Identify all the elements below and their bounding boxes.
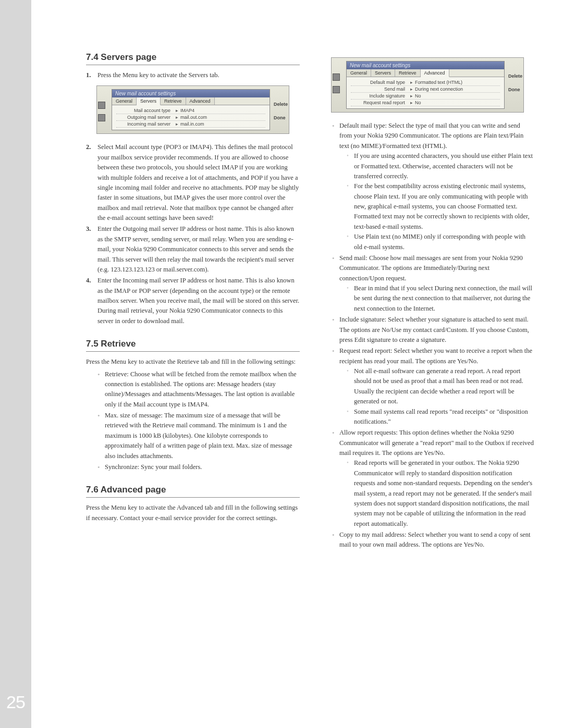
tab-advanced: Advanced [421, 69, 449, 77]
arrow-icon: ▸ [408, 80, 415, 85]
icon [98, 114, 105, 121]
sub-bullet: Bear in mind that if you select During n… [347, 283, 534, 314]
shot-row: Mail account type▸IMAP4 [116, 107, 265, 114]
arrow-icon: ▸ [174, 108, 180, 113]
bullet: Synchronize: Sync your mail folders. [97, 462, 300, 472]
left-column: 7.4 Servers page 1.Press the Menu key to… [86, 52, 300, 551]
tab-retrieve: Retrieve [161, 97, 186, 105]
step-4: 4.Enter the Incoming mail server IP addr… [86, 276, 300, 326]
sub-bullet: Use Plain text (no MIME) only if corresp… [347, 232, 534, 252]
row-label: Outgoing mail server [116, 115, 174, 120]
tab-retrieve: Retrieve [395, 69, 421, 77]
step-num: 3. [86, 224, 91, 234]
servers-steps: 1.Press the Menu key to activate the Ser… [86, 70, 300, 80]
shot-window: New mail account settings General Server… [112, 89, 270, 130]
step-text: Press the Menu key to activate the Serve… [97, 71, 219, 79]
tab-servers: Servers [371, 69, 395, 77]
shot-btn-done: Done [508, 87, 522, 92]
arrow-icon: ▸ [174, 121, 180, 127]
shot-body: Mail account type▸IMAP4 Outgoing mail se… [112, 105, 270, 130]
icon [333, 73, 340, 81]
row-label: Incoming mail server [116, 121, 174, 127]
step-text: Select Mail account type (POP3 or IMAP4)… [97, 143, 299, 221]
shot-titlebar: New mail account settings [347, 61, 504, 69]
arrow-icon: ▸ [408, 93, 415, 98]
bullet: Allow report requests: This option defin… [332, 428, 534, 529]
shot-row: Send mail▸During next connection [351, 86, 500, 93]
shot-tabs: General Servers Retrieve Advanced [347, 69, 504, 77]
sub-bullet: If you are using accented characters, yo… [347, 151, 534, 181]
advanced-intro: Press the Menu key to activate the Advan… [86, 503, 300, 523]
icon [333, 86, 340, 93]
bullet: Include signature: Select whether your s… [332, 315, 534, 345]
bullet-text: Allow report requests: This option defin… [339, 429, 534, 456]
shot-tabs: General Servers Retrieve Advanced [112, 97, 270, 105]
row-label: Request read report [351, 100, 408, 105]
servers-steps-cont: 2.Select Mail account type (POP3 or IMAP… [86, 142, 300, 326]
bullet-text: Send mail: Choose how mail messages are … [339, 254, 523, 282]
shot-body: Default mail type▸Formatted text (HTML) … [347, 77, 504, 108]
bullet: Retrieve: Choose what will be fetched fr… [97, 369, 300, 410]
shot-left-icons [333, 73, 342, 93]
advanced-bullets: Default mail type: Select the type of ma… [321, 121, 534, 550]
row-value: mail.in.com [180, 121, 204, 127]
shot-right-buttons: Delete Done [508, 73, 522, 92]
shot-btn-delete: Delete [274, 102, 288, 107]
page-number: 25 [0, 692, 31, 712]
retrieve-intro: Press the Menu key to activate the Retri… [86, 357, 300, 367]
arrow-icon: ▸ [174, 115, 180, 120]
shot-btn-done: Done [274, 115, 288, 120]
shot-btn-delete: Delete [508, 73, 522, 79]
arrow-icon: ▸ [408, 100, 415, 105]
shot-titlebar: New mail account settings [112, 90, 270, 97]
sub-bullet: For the best compatibility across existi… [347, 181, 534, 232]
bullet: Send mail: Choose how mail messages are … [332, 253, 534, 314]
step-num: 4. [86, 276, 91, 286]
bullet-text: Default mail type: Select the type of ma… [339, 122, 523, 150]
shot-row: Include signature▸No [351, 93, 500, 100]
sub-bullets: Not all e-mail software can generate a r… [339, 366, 534, 427]
shot-right-buttons: Delete Done [274, 102, 288, 120]
shot-row: Outgoing mail server▸mail.out.com [116, 114, 265, 121]
bullet-text: Request read report: Select whether you … [339, 347, 532, 364]
step-text: Enter the Outgoing mail server IP addres… [97, 225, 294, 273]
row-label: Include signature [351, 93, 408, 98]
screenshot-servers-tab: Delete Done New mail account settings Ge… [96, 85, 289, 134]
row-value: IMAP4 [180, 108, 194, 113]
tab-general: General [347, 69, 371, 77]
row-value: During next connection [415, 87, 463, 92]
sub-bullets: Bear in mind that if you select During n… [339, 283, 534, 314]
sub-bullet: Not all e-mail software can generate a r… [347, 366, 534, 407]
step-num: 2. [86, 142, 91, 152]
bullet: Copy to my mail address: Select whether … [332, 530, 534, 550]
heading-7-6: 7.6 Advanced page [86, 485, 300, 498]
sub-bullet: Read reports will be generated in your o… [347, 458, 534, 529]
left-margin-band: 25 [0, 0, 31, 728]
row-label: Mail account type [116, 108, 174, 113]
heading-7-5: 7.5 Retrieve [86, 339, 300, 352]
sub-bullet: Some mail systems call read reports "rea… [347, 407, 534, 427]
screenshot-advanced-tab: Delete Done New mail account settings Ge… [331, 57, 524, 113]
row-value: No [415, 93, 421, 98]
retrieve-bullets: Retrieve: Choose what will be fetched fr… [86, 369, 300, 473]
step-2: 2.Select Mail account type (POP3 or IMAP… [86, 142, 300, 223]
sub-bullets: If you are using accented characters, yo… [339, 151, 534, 252]
bullet: Request read report: Select whether you … [332, 346, 534, 427]
heading-7-4: 7.4 Servers page [86, 52, 300, 65]
step-3: 3.Enter the Outgoing mail server IP addr… [86, 224, 300, 275]
step-text: Enter the Incoming mail server IP addres… [97, 277, 299, 325]
row-value: mail.out.com [180, 115, 207, 120]
shot-row: Default mail type▸Formatted text (HTML) [351, 79, 500, 86]
step-1: 1.Press the Menu key to activate the Ser… [86, 70, 300, 80]
page-content: 7.4 Servers page 1.Press the Menu key to… [86, 52, 534, 551]
arrow-icon: ▸ [408, 87, 415, 92]
row-label: Send mail [351, 87, 408, 92]
shot-row: Incoming mail server▸mail.in.com [116, 121, 265, 128]
shot-left-icons [98, 102, 107, 121]
bullet: Max. size of message: The maximum size o… [97, 411, 300, 461]
tab-advanced: Advanced [186, 97, 215, 105]
tab-servers: Servers [137, 97, 161, 105]
row-value: Formatted text (HTML) [415, 80, 462, 85]
sub-bullets: Read reports will be generated in your o… [339, 458, 534, 529]
row-value: No [415, 100, 421, 105]
